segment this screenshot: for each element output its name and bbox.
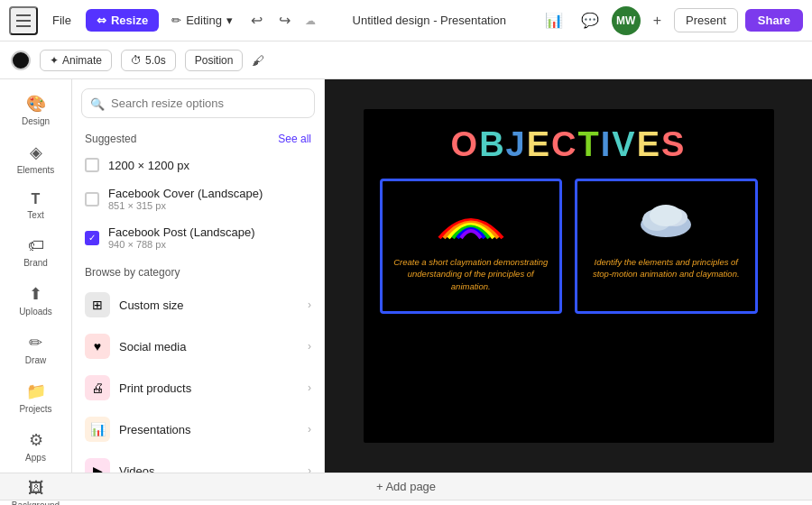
card-image-2: [586, 190, 746, 249]
sidebar-item-label: Brand: [23, 258, 48, 268]
sidebar-item-text[interactable]: T Text: [4, 184, 69, 227]
sidebar-item-projects[interactable]: 📁 Projects: [4, 374, 69, 421]
canvas-area: OBJECTIVES: [325, 79, 812, 473]
chevron-right-icon: ›: [308, 340, 311, 353]
sidebar-item-label: Design: [22, 116, 50, 126]
presentations-icon: 📊: [85, 417, 110, 442]
sidebar-item-brand[interactable]: 🏷 Brand: [4, 229, 69, 275]
brush-icon[interactable]: 🖌: [252, 53, 264, 68]
sidebar-item-elements[interactable]: ◈ Elements: [4, 135, 69, 182]
sidebar-item-label: Apps: [25, 453, 46, 463]
avatar[interactable]: MW: [612, 6, 641, 35]
category-left-videos: ▶ Videos: [85, 458, 155, 473]
design-icon: 🎨: [26, 94, 46, 114]
sidebar-item-background[interactable]: 🖼 Background: [4, 472, 69, 505]
resize-option-1200[interactable]: 1200 × 1200 px: [72, 151, 324, 179]
resize-option-fb-post[interactable]: ✓ Facebook Post (Landscape) 940 × 788 px: [72, 218, 324, 257]
apps-icon: ⚙: [29, 430, 43, 450]
save-status: ☁: [301, 11, 319, 31]
category-social-media[interactable]: ♥ Social media ›: [72, 326, 324, 367]
option-text-fb-post: Facebook Post (Landscape) 940 × 788 px: [108, 225, 255, 250]
chevron-right-icon: ›: [308, 298, 311, 311]
comments-button[interactable]: 💬: [576, 8, 604, 32]
undo-button[interactable]: ↩: [245, 8, 268, 32]
add-collaborator-button[interactable]: +: [648, 9, 667, 32]
content-card-2: Identify the elements and principles of …: [575, 179, 758, 314]
secondary-toolbar: ✦ Animate ⏱ 5.0s Position 🖌: [0, 41, 812, 79]
card-row: Create a short claymation demonstrating …: [364, 179, 774, 314]
resize-icon: ⇔: [97, 14, 106, 27]
search-box: 🔍: [81, 88, 315, 118]
category-left-print: 🖨 Print products: [85, 375, 191, 400]
left-sidebar: 🎨 Design ◈ Elements T Text 🏷 Brand ⬆ Upl…: [0, 79, 72, 473]
print-products-icon: 🖨: [85, 375, 110, 400]
checkbox-1200[interactable]: [85, 158, 99, 172]
slide-title: OBJECTIVES: [364, 125, 774, 164]
sidebar-item-label: Elements: [17, 165, 55, 175]
brand-icon: 🏷: [28, 236, 44, 255]
draw-icon: ✏: [29, 333, 42, 353]
browse-by-category-label: Browse by category: [72, 257, 324, 284]
clock-icon: ⏱: [131, 54, 142, 67]
category-custom-size[interactable]: ⊞ Custom size ›: [72, 284, 324, 326]
option-text-fb-cover: Facebook Cover (Landscape) 851 × 315 px: [108, 187, 263, 211]
bottom-bar: 📝 Notes ⏱ Timer Page 1 / 1 55% ⊞ ≡ ⛶: [0, 500, 812, 505]
file-menu-button[interactable]: File: [43, 10, 80, 31]
category-print-products[interactable]: 🖨 Print products ›: [72, 367, 324, 409]
search-input[interactable]: [81, 88, 315, 118]
sidebar-item-apps[interactable]: ⚙ Apps: [4, 423, 69, 470]
color-picker[interactable]: [11, 50, 31, 70]
category-left-custom: ⊞ Custom size: [85, 292, 184, 317]
elements-icon: ◈: [30, 142, 42, 162]
svg-point-3: [650, 205, 682, 226]
resize-option-fb-cover[interactable]: Facebook Cover (Landscape) 851 × 315 px: [72, 179, 324, 218]
card-1-text: Create a short claymation demonstrating …: [392, 256, 551, 292]
share-button[interactable]: Share: [745, 9, 803, 32]
add-page-bar[interactable]: + Add page: [0, 473, 812, 500]
sidebar-item-design[interactable]: 🎨 Design: [4, 87, 69, 133]
present-button[interactable]: Present: [674, 8, 738, 32]
sidebar-item-label: Draw: [25, 355, 46, 365]
sidebar-item-label: Text: [27, 210, 43, 220]
chevron-right-icon: ›: [308, 381, 311, 394]
category-videos[interactable]: ▶ Videos ›: [72, 450, 324, 473]
card-2-text: Identify the elements and principles of …: [586, 256, 746, 280]
sidebar-item-draw[interactable]: ✏ Draw: [4, 326, 69, 372]
suggested-header: Suggested See all: [72, 127, 324, 151]
checkbox-fb-cover[interactable]: [85, 192, 99, 207]
content-card-1: Create a short claymation demonstrating …: [380, 179, 563, 314]
slide-canvas[interactable]: OBJECTIVES: [364, 109, 774, 443]
videos-icon: ▶: [85, 458, 110, 473]
top-toolbar: File ⇔ Resize ✏ Editing ▾ ↩ ↪ ☁ Untitled…: [0, 0, 812, 41]
editing-button[interactable]: ✏ Editing ▾: [164, 9, 240, 32]
see-all-link[interactable]: See all: [278, 133, 311, 145]
resize-panel: 🔍 Suggested See all 1200 × 1200 px Faceb…: [72, 79, 325, 473]
cloud-image: [634, 197, 697, 243]
resize-button[interactable]: ⇔ Resize: [86, 9, 159, 32]
suggested-label: Suggested: [85, 133, 136, 145]
main-layout: 🎨 Design ◈ Elements T Text 🏷 Brand ⬆ Upl…: [0, 79, 812, 473]
sidebar-item-uploads[interactable]: ⬆ Uploads: [4, 277, 69, 324]
top-right-actions: 📊 💬 MW + Present Share: [540, 6, 803, 35]
uploads-icon: ⬆: [29, 284, 42, 304]
category-left-social: ♥ Social media: [85, 334, 186, 359]
card-image-1: [392, 190, 551, 249]
position-button[interactable]: Position: [185, 50, 244, 71]
category-left-presentations: 📊 Presentations: [85, 417, 191, 442]
search-icon: 🔍: [90, 96, 105, 110]
sidebar-item-label: Background: [12, 500, 60, 505]
chevron-down-icon: ▾: [226, 14, 233, 27]
rainbow-image: [435, 197, 507, 243]
timer-display: ⏱ 5.0s: [121, 50, 176, 71]
menu-button[interactable]: [9, 6, 38, 35]
add-page-label: + Add page: [376, 480, 436, 493]
stats-button[interactable]: 📊: [540, 8, 568, 32]
sidebar-item-label: Projects: [19, 404, 51, 414]
redo-button[interactable]: ↪: [273, 8, 296, 32]
option-text-1200: 1200 × 1200 px: [108, 159, 189, 172]
sidebar-item-label: Uploads: [19, 307, 52, 317]
animate-button[interactable]: ✦ Animate: [40, 50, 112, 71]
pencil-icon: ✏: [171, 14, 181, 27]
checkbox-fb-post[interactable]: ✓: [85, 231, 99, 245]
category-presentations[interactable]: 📊 Presentations ›: [72, 409, 324, 450]
